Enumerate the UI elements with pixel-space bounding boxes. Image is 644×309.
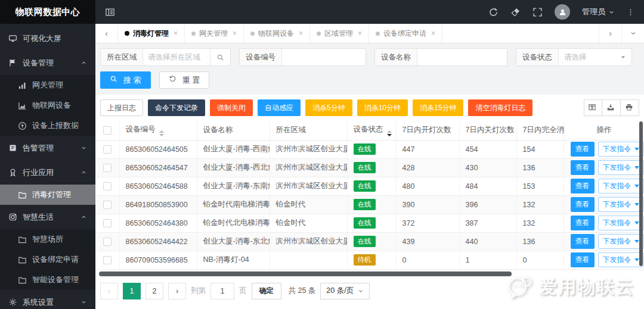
tab-uv-lamp-mgmt[interactable]: 消毒灯管理× [118, 24, 185, 43]
sidebar-item-device-bind-apply[interactable]: 设备绑定申请 [0, 249, 95, 270]
auto-sense-button[interactable]: 自动感应 [258, 99, 301, 116]
tab-iot-device[interactable]: 物联网设备× [244, 24, 310, 43]
columns-tool-button[interactable] [584, 99, 602, 116]
cell-on-count: 480 [396, 177, 459, 195]
clear-lamp-log-button[interactable]: 清空消毒灯日志 [468, 99, 532, 116]
command-record-button[interactable]: 命令下发记录 [148, 99, 205, 116]
reset-button[interactable]: 重 置 [159, 71, 210, 89]
status-badge: 在线 [354, 236, 376, 247]
kebab-icon[interactable] [627, 7, 634, 17]
goto-unit-label: 页 [239, 286, 247, 296]
sidebar-item-system-settings[interactable]: 系统设置 [0, 290, 95, 309]
sidebar-item-smart-life[interactable]: 智慧生活 [0, 205, 95, 229]
send-command-button[interactable]: 下发指令 [598, 216, 644, 230]
sidebar-item-industry-app[interactable]: 行业应用 [0, 160, 95, 185]
close-icon[interactable]: × [233, 29, 237, 38]
toolbar-buttons: 上报日志命令下发记录强制关闭自动感应消杀5分钟消杀10分钟消杀15分钟清空消毒灯… [100, 99, 532, 116]
tab-status-dot [376, 32, 380, 36]
tab-area-mgmt[interactable]: 区域管理× [310, 24, 369, 43]
user-menu[interactable]: 管理员 [582, 7, 615, 17]
row-checkbox[interactable] [103, 145, 112, 154]
print-tool-button[interactable] [621, 99, 639, 116]
row-checkbox[interactable] [103, 201, 112, 209]
row-checkbox[interactable] [103, 182, 112, 191]
horizontal-scrollbar-thumb[interactable] [99, 271, 512, 276]
tabs-dropdown-icon[interactable] [621, 24, 644, 43]
sidebar-item-smart-device-mgmt[interactable]: 智能设备管理 [0, 270, 95, 290]
column-header-3[interactable]: 设备状态 [347, 121, 396, 140]
view-button[interactable]: 查看 [571, 197, 595, 212]
tabs-scroll-left-icon[interactable]: ‹ [95, 24, 118, 43]
tabs-scroll-right-icon[interactable]: › [599, 24, 621, 43]
refresh-icon[interactable] [488, 7, 499, 17]
view-button[interactable]: 查看 [571, 216, 595, 230]
sidebar-item-uv-lamp-mgmt[interactable]: 消毒灯管理 [0, 185, 95, 205]
fullscreen-icon[interactable] [532, 7, 543, 17]
send-command-button[interactable]: 下发指令 [598, 179, 644, 193]
send-command-button[interactable]: 下发指令 [598, 234, 644, 249]
send-command-button[interactable]: 下发指令 [598, 197, 644, 212]
goto-confirm-button[interactable]: 确定 [252, 283, 281, 299]
cell-device-no: 865306052464505 [119, 140, 197, 158]
column-header-4: 7日内开灯次数 [396, 121, 459, 140]
tab-gateway-mgmt[interactable]: 网关管理× [185, 24, 244, 43]
device-name-input[interactable] [417, 49, 507, 65]
user-avatar[interactable] [555, 4, 570, 20]
row-checkbox[interactable] [103, 256, 112, 264]
close-icon[interactable]: × [431, 29, 435, 38]
column-header-0[interactable]: 设备编号 [119, 121, 197, 140]
row-checkbox[interactable] [103, 238, 112, 246]
sidebar-item-iot-device[interactable]: 物联网设备 [0, 95, 95, 116]
sidebar-item-visual-screen[interactable]: 可视化大屏 [0, 26, 95, 51]
sterilize-15min-button[interactable]: 消杀15分钟 [413, 99, 463, 116]
sort-icon[interactable] [159, 130, 164, 136]
export-tool-button[interactable] [602, 99, 621, 116]
sidebar-item-device-report-data[interactable]: 设备上报数据 [0, 116, 95, 136]
view-button[interactable]: 查看 [571, 234, 595, 249]
send-command-button[interactable]: 下发指令 [598, 160, 644, 175]
search-button[interactable]: 搜 索 [100, 71, 151, 89]
sidebar-item-smart-place[interactable]: 智慧场所 [0, 229, 95, 249]
row-checkbox[interactable] [103, 219, 112, 227]
send-command-button[interactable]: 下发指令 [598, 252, 644, 267]
status-select[interactable]: 请选择 [559, 49, 631, 65]
cell-off-count: 484 [459, 177, 516, 195]
view-button[interactable]: 查看 [571, 142, 595, 157]
page-size-select[interactable]: 20 条/页 [320, 283, 370, 299]
cell-full-count: 153 [516, 177, 564, 195]
reset-icon [169, 75, 179, 85]
close-icon[interactable]: × [299, 29, 303, 38]
sidebar-item-label: 行业应用 [23, 167, 80, 178]
area-filter-input[interactable] [143, 49, 210, 65]
tab-device-bind-apply[interactable]: 设备绑定申请× [369, 24, 442, 43]
area-search-icon[interactable] [210, 49, 230, 65]
sidebar-item-device-mgmt[interactable]: 设备管理 [0, 51, 95, 75]
clean-icon[interactable] [510, 7, 521, 17]
view-button[interactable]: 查看 [571, 252, 595, 267]
report-log-button[interactable]: 上报日志 [100, 99, 143, 116]
sterilize-5min-button[interactable]: 消杀5分钟 [305, 99, 352, 116]
collapse-sidebar-icon[interactable] [105, 7, 115, 17]
sort-icon[interactable] [387, 130, 392, 136]
send-command-button[interactable]: 下发指令 [598, 142, 644, 157]
prev-page-button[interactable]: ‹ [100, 283, 118, 299]
goto-page-input[interactable] [210, 283, 234, 299]
close-icon[interactable]: × [174, 29, 178, 38]
sidebar-item-alarm-mgmt[interactable]: 告警管理 [0, 136, 95, 160]
row-checkbox[interactable] [103, 164, 112, 172]
device-no-input[interactable] [282, 49, 366, 65]
sterilize-10min-button[interactable]: 消杀10分钟 [357, 99, 408, 116]
view-button[interactable]: 查看 [571, 179, 595, 193]
vertical-scrollbar-thumb[interactable] [639, 121, 643, 266]
cell-on-count: 439 [396, 232, 459, 251]
page-button-2[interactable]: 2 [145, 283, 163, 299]
close-icon[interactable]: × [358, 29, 362, 38]
force-close-button[interactable]: 强制关闭 [210, 99, 253, 116]
select-all-checkbox[interactable] [103, 126, 112, 135]
sidebar-item-gateway-mgmt[interactable]: 网关管理 [0, 75, 95, 95]
page-button-1[interactable]: 1 [123, 283, 141, 299]
view-button[interactable]: 查看 [571, 160, 595, 175]
tab-label: 消毒灯管理 [133, 29, 169, 39]
area-filter-label: 所在区域 [101, 49, 143, 65]
next-page-button[interactable]: › [168, 283, 186, 299]
